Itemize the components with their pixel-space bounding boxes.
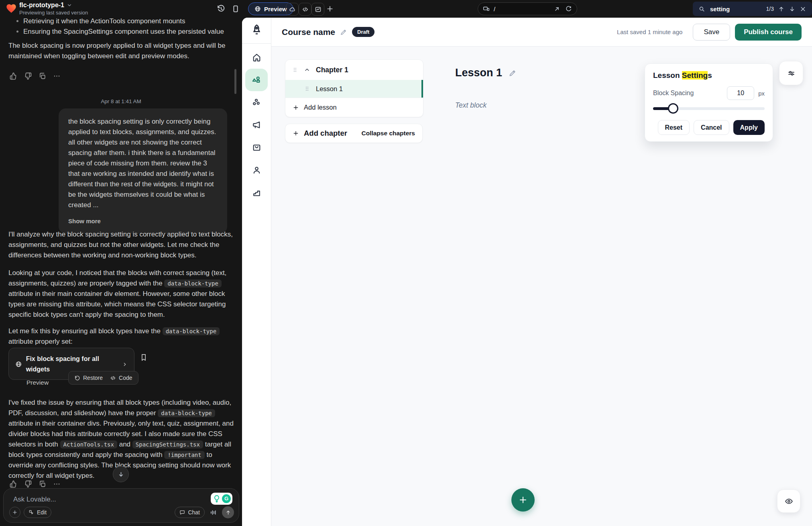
- profile-person-icon[interactable]: [252, 165, 262, 175]
- community-circles-icon[interactable]: [252, 98, 262, 108]
- chat-composer[interactable]: G Edit Chat: [3, 488, 239, 523]
- lesson-heading-row: Lesson 1: [455, 67, 517, 79]
- plus-icon: [518, 495, 528, 505]
- cancel-button[interactable]: Cancel: [694, 120, 729, 135]
- plus-icon: [293, 130, 299, 137]
- lovable-logo-icon: [6, 3, 17, 14]
- message-actions: [10, 72, 61, 80]
- send-button[interactable]: [222, 506, 234, 518]
- add-lesson-button[interactable]: Add lesson: [285, 98, 423, 117]
- sidebar-item-courses-active[interactable]: [245, 69, 268, 91]
- open-external-icon[interactable]: [554, 6, 560, 12]
- copy-icon[interactable]: [39, 72, 46, 80]
- slider-thumb[interactable]: [668, 103, 678, 114]
- preview-label: Preview: [264, 6, 287, 12]
- user-message-bubble: the block spacing setting is only correc…: [59, 108, 227, 234]
- line-chart-icon: [315, 6, 322, 13]
- collapse-chapter-icon[interactable]: [304, 67, 310, 73]
- content-shapes-icon: [251, 75, 262, 85]
- home-icon[interactable]: [252, 53, 262, 63]
- globe-icon: [254, 6, 261, 12]
- code-view-button[interactable]: [299, 3, 311, 16]
- more-options-icon[interactable]: [53, 480, 61, 488]
- chat-mode-button[interactable]: Chat: [175, 507, 205, 518]
- rocket-logo-icon[interactable]: [250, 24, 263, 36]
- preview-eye-button[interactable]: [777, 489, 800, 513]
- lesson-settings-popover: Lesson Settings Block Spacing px Reset C…: [645, 63, 773, 142]
- code-button[interactable]: Code: [110, 373, 132, 383]
- grammarly-widget[interactable]: G: [211, 493, 232, 505]
- chat-input[interactable]: [12, 495, 167, 504]
- refresh-icon[interactable]: [565, 6, 572, 12]
- search-highlight: Setting: [682, 71, 708, 80]
- settings-title-text: Lesson: [653, 71, 680, 80]
- analytics-button[interactable]: [311, 3, 324, 16]
- history-icon[interactable]: [217, 4, 226, 13]
- reset-button[interactable]: Reset: [658, 120, 690, 135]
- chapter-header[interactable]: Chapter 1: [285, 60, 423, 80]
- globe-icon: [15, 361, 22, 368]
- project-switcher[interactable]: flc-prototype-1 Previewing last saved ve…: [19, 2, 88, 16]
- code-label: Code: [119, 373, 132, 383]
- restore-button[interactable]: Restore: [74, 373, 103, 383]
- find-next-icon[interactable]: [789, 6, 796, 12]
- edit-course-name-icon[interactable]: [340, 29, 347, 36]
- device-frame-icon[interactable]: [231, 4, 240, 13]
- inbox-bag-icon[interactable]: [252, 143, 262, 153]
- grammarly-g-icon: G: [222, 494, 231, 503]
- grammarly-suggestion-icon: [212, 494, 221, 503]
- find-close-icon[interactable]: [800, 6, 806, 12]
- chat-scrollbar[interactable]: [234, 69, 236, 94]
- add-block-fab[interactable]: [511, 488, 535, 512]
- chat-mode-label: Chat: [188, 509, 200, 516]
- apply-button[interactable]: Apply: [733, 120, 765, 135]
- add-lesson-label: Add lesson: [304, 104, 337, 111]
- thumbs-up-icon[interactable]: [10, 480, 17, 488]
- more-options-icon[interactable]: [53, 72, 61, 80]
- thumbs-down-icon[interactable]: [24, 72, 32, 80]
- inline-code: SpacingSettings.tsx: [132, 440, 203, 449]
- user-message-text: the block spacing setting is only correc…: [68, 118, 216, 209]
- save-button[interactable]: Save: [693, 24, 730, 41]
- edit-lesson-title-icon[interactable]: [509, 69, 517, 77]
- preview-url-bar[interactable]: /: [478, 2, 577, 15]
- drag-handle-icon[interactable]: [304, 86, 310, 92]
- arrow-down-icon: [118, 471, 124, 478]
- last-saved-text: Last saved 1 minute ago: [617, 29, 682, 35]
- settings-sliders-button[interactable]: [779, 61, 803, 85]
- add-tab-icon[interactable]: [326, 5, 334, 13]
- thumbs-down-icon[interactable]: [24, 480, 32, 488]
- text-block-placeholder[interactable]: Text block: [455, 101, 486, 110]
- add-chapter-button[interactable]: Add chapter: [304, 129, 347, 138]
- project-name: flc-prototype-1: [19, 2, 64, 9]
- deploy-cloud-button[interactable]: [286, 3, 299, 16]
- voice-input-icon[interactable]: [210, 509, 217, 516]
- drag-handle-icon[interactable]: [292, 67, 298, 73]
- inline-code: data-block-type: [164, 279, 221, 287]
- thumbs-up-icon[interactable]: [10, 72, 17, 80]
- assistant-analysis-1: I'll analyze why the block spacing setti…: [8, 229, 234, 261]
- find-previous-icon[interactable]: [778, 6, 785, 12]
- show-more-link[interactable]: Show more: [68, 216, 218, 226]
- edit-mode-button[interactable]: Edit: [24, 507, 51, 518]
- eye-icon: [785, 497, 793, 506]
- course-header: Course name Draft Last saved 1 minute ag…: [271, 18, 812, 47]
- block-spacing-slider[interactable]: [653, 103, 765, 114]
- block-spacing-input[interactable]: [727, 86, 754, 100]
- app-preview-frame: Course name Draft Last saved 1 minute ag…: [242, 18, 812, 526]
- scroll-to-bottom-button[interactable]: [113, 466, 129, 482]
- analysis-text: attribute in their main container div el…: [8, 290, 226, 318]
- chevron-right-icon: [122, 361, 128, 367]
- publish-course-button[interactable]: Publish course: [735, 24, 802, 41]
- spacing-unit-label: px: [758, 90, 765, 97]
- attach-button[interactable]: [9, 507, 20, 518]
- bar-chart-icon[interactable]: [252, 188, 262, 198]
- copy-icon[interactable]: [39, 480, 46, 488]
- megaphone-icon[interactable]: [252, 120, 262, 130]
- plus-icon: [293, 104, 299, 111]
- lesson-list-item-selected[interactable]: Lesson 1: [285, 80, 423, 98]
- find-input[interactable]: [709, 5, 754, 13]
- bookmark-icon[interactable]: [140, 353, 148, 361]
- collapse-chapters-link[interactable]: Collapse chapters: [361, 130, 415, 137]
- url-path: /: [494, 6, 554, 12]
